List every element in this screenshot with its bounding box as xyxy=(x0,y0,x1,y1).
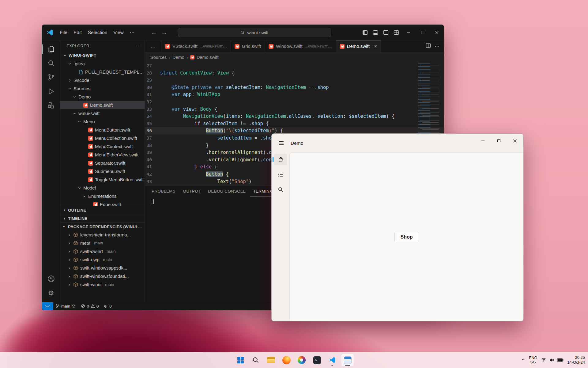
menu-view[interactable]: View xyxy=(110,28,126,37)
git-branch-status[interactable]: main xyxy=(53,302,78,310)
file-explorer-button[interactable] xyxy=(265,354,277,366)
maximize-button[interactable] xyxy=(416,25,430,40)
nav-item-shop[interactable] xyxy=(274,154,287,165)
tab-close-icon[interactable]: × xyxy=(374,44,377,49)
search-sidebar-icon[interactable] xyxy=(42,56,60,70)
tree-item-pull-request-template[interactable]: PULL_REQUEST_TEMPLATE.... xyxy=(60,68,145,76)
tree-item-menubutton-swift[interactable]: MenuButton.swift xyxy=(60,126,145,134)
demo-minimize-button[interactable] xyxy=(475,134,491,148)
tree-item-menueitherview-swift[interactable]: MenuEitherView.swift xyxy=(60,151,145,159)
code-text: Button("\(selectedItem)") { xyxy=(160,127,283,135)
customize-layout-icon[interactable] xyxy=(391,28,401,37)
tree-item-togglemenubutton-swift[interactable]: ToggleMenuButton.swift xyxy=(60,175,145,184)
ports-status[interactable]: 0 xyxy=(101,302,114,310)
chevron-icon: › xyxy=(67,274,71,278)
extensions-icon[interactable] xyxy=(42,98,60,113)
run-debug-icon[interactable] xyxy=(42,84,60,98)
vscode-taskbar-button[interactable] xyxy=(326,354,339,366)
taskbar-search-button[interactable] xyxy=(249,354,262,366)
tray-status-icons[interactable] xyxy=(541,358,564,362)
close-button[interactable] xyxy=(430,25,444,40)
tray-chevron-up-icon[interactable] xyxy=(521,357,525,363)
package-levenshtein-transforma[interactable]: ›levenshtein-transforma... xyxy=(60,231,145,239)
panel-tab-debug-console[interactable]: DEBUG CONSOLE xyxy=(205,186,249,197)
package-swift-cwinrt[interactable]: ›swift-cwinrtmain xyxy=(60,247,145,255)
tree-item-enumerations[interactable]: ›Enumerations xyxy=(60,192,145,200)
section-timeline[interactable]: ›TIMELINE xyxy=(60,214,145,222)
tree-item-edge-swift[interactable]: Edge.swift xyxy=(60,200,145,206)
settings-gear-icon[interactable] xyxy=(42,286,60,300)
tree-item-sources[interactable]: ›Sources xyxy=(60,84,145,93)
clock[interactable]: 20:25 14-Oct-24 xyxy=(567,355,585,365)
tree-item-winui-swift[interactable]: ›WINUI-SWIFT xyxy=(60,51,145,59)
tab-window-swift[interactable]: Window.swift...\winui-swift\... xyxy=(265,40,336,52)
demo-close-button[interactable] xyxy=(507,134,523,148)
package-meta[interactable]: ›metamain xyxy=(60,239,145,247)
package-swift-windowsappsdk[interactable]: ›swift-windowsappsdk... xyxy=(60,264,145,272)
photos-button[interactable] xyxy=(295,354,308,366)
tree-item-menu[interactable]: ›Menu xyxy=(60,117,145,126)
terminal-button[interactable]: >_ xyxy=(311,354,323,366)
section-package-dependencies[interactable]: ›PACKAGE DEPENDENCIES (WINUI-... xyxy=(60,222,145,231)
tree-item-menucollection-swift[interactable]: MenuCollection.swift xyxy=(60,134,145,142)
package-swift-winui[interactable]: ›swift-winuimain xyxy=(60,280,145,289)
tab-item[interactable]: ... xyxy=(145,40,161,52)
explorer-icon[interactable] xyxy=(42,42,60,56)
line-number: 38 xyxy=(145,142,160,149)
section-outline[interactable]: ›OUTLINE xyxy=(60,206,145,214)
panel-tab-problems[interactable]: PROBLEMS xyxy=(149,186,179,197)
explorer-more-icon[interactable]: ⋯ xyxy=(135,43,141,49)
document-icon xyxy=(78,69,84,75)
desktop[interactable]: { "vscode": { "titlebar": { "menus": ["F… xyxy=(0,0,588,368)
problems-status[interactable]: 0 0 xyxy=(78,302,101,310)
tab-demo-swift[interactable]: Demo.swift× xyxy=(336,40,381,52)
demo-app-taskbar-button[interactable] xyxy=(341,354,354,366)
tree-item-gitea[interactable]: ›.gitea xyxy=(60,59,145,68)
back-arrow-icon[interactable]: ← xyxy=(151,29,157,36)
tree-item-demo[interactable]: ›Demo xyxy=(60,93,145,101)
minimize-button[interactable] xyxy=(401,25,416,40)
minimap[interactable] xyxy=(416,63,439,133)
tab-more-icon[interactable]: ⋯ xyxy=(435,43,439,49)
package-swift-uwp[interactable]: ›swift-uwpmain xyxy=(60,255,145,264)
tree-item-demo-swift[interactable]: Demo.swift xyxy=(60,101,145,109)
toggle-panel-icon[interactable] xyxy=(370,28,381,37)
breadcrumb-item-demo[interactable]: Demo xyxy=(172,55,184,60)
tree-item-model[interactable]: ›Model xyxy=(60,184,145,192)
tree-item-menucontext-swift[interactable]: MenuContext.swift xyxy=(60,142,145,151)
menu-edit[interactable]: Edit xyxy=(70,28,85,37)
split-editor-icon[interactable] xyxy=(426,43,431,49)
breadcrumb[interactable]: Sources›Demo›Demo.swift xyxy=(145,52,444,62)
tree-item-separator-swift[interactable]: Separator.swift xyxy=(60,159,145,167)
remote-indicator[interactable]: >< xyxy=(42,302,53,310)
toggle-sidebar-icon[interactable] xyxy=(360,28,370,37)
menu-selection[interactable]: Selection xyxy=(85,28,111,37)
tree-item-vscode[interactable]: ›.vscode xyxy=(60,76,145,84)
menubar: FileEditSelectionView⋯ xyxy=(57,28,138,37)
firefox-button[interactable] xyxy=(280,354,293,366)
tree-label: Demo.swift xyxy=(90,102,113,108)
breadcrumb-item-sources[interactable]: Sources xyxy=(150,55,167,60)
demo-maximize-button[interactable] xyxy=(491,134,507,148)
forward-arrow-icon[interactable]: → xyxy=(161,29,167,36)
tree-item-submenu-swift[interactable]: Submenu.swift xyxy=(60,167,145,175)
shop-button[interactable]: Shop xyxy=(394,232,419,242)
hamburger-menu-icon[interactable] xyxy=(275,138,287,148)
package-swift-windowsfoundati[interactable]: ›swift-windowsfoundati... xyxy=(60,272,145,280)
menu-file[interactable]: File xyxy=(57,28,70,37)
breadcrumb-item-demo-swift[interactable]: Demo.swift xyxy=(197,55,219,60)
panel-tab-output[interactable]: OUTPUT xyxy=(180,186,204,197)
command-center-search[interactable]: winui-swift xyxy=(178,28,331,37)
account-icon[interactable] xyxy=(42,272,60,286)
code-text: if selectedItem != .shop { xyxy=(160,120,269,128)
nav-item-list[interactable] xyxy=(274,169,287,180)
tree-item-winui-swift[interactable]: ›winui-swift xyxy=(60,109,145,117)
source-control-icon[interactable] xyxy=(42,70,60,84)
toggle-secondary-sidebar-icon[interactable] xyxy=(381,28,391,37)
language-indicator[interactable]: ENG SG xyxy=(529,356,537,364)
nav-item-search[interactable] xyxy=(274,184,287,195)
menu-more[interactable]: ⋯ xyxy=(127,28,138,37)
tab-grid-swift[interactable]: Grid.swift xyxy=(231,40,265,52)
tab-vstack-swift[interactable]: VStack.swift...\winui-swift\... xyxy=(161,40,231,52)
start-button[interactable] xyxy=(234,354,247,366)
